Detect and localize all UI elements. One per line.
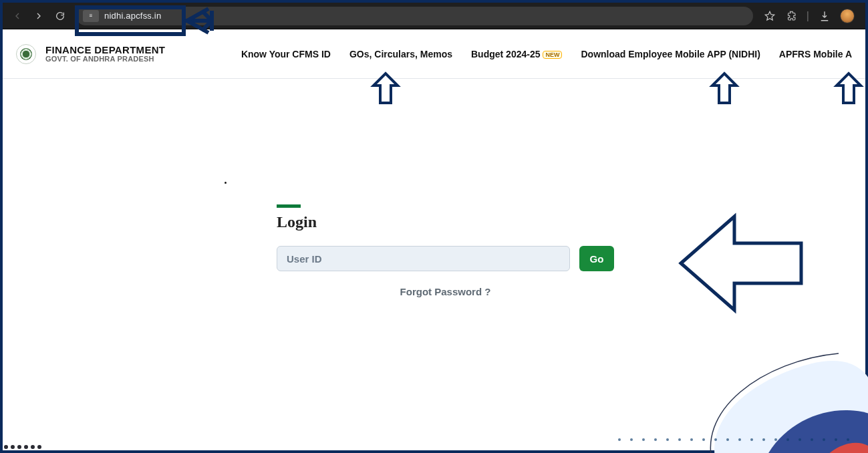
nav-apfrs-mobile[interactable]: APFRS Mobile A <box>779 49 852 59</box>
separator: | <box>807 10 809 22</box>
annotation-arrow-address-bar <box>75 5 229 39</box>
nav-know-your-cfms-id[interactable]: Know Your CFMS ID <box>241 49 331 59</box>
profile-avatar[interactable] <box>840 9 855 23</box>
heading-accent <box>277 204 301 208</box>
top-nav: Know Your CFMS ID GOs, Circulars, Memos … <box>241 49 852 59</box>
annotation-arrow-login <box>674 206 808 323</box>
govt-emblem-icon <box>16 44 36 64</box>
bottom-left-dots <box>4 445 41 449</box>
nav-budget-2024-25[interactable]: Budget 2024-25NEW <box>471 49 562 59</box>
userid-input[interactable] <box>277 246 570 271</box>
chrome-right: | <box>764 9 855 23</box>
annotation-arrow-nav-apfrs <box>830 69 867 110</box>
stray-dot <box>225 182 227 184</box>
dot-row <box>618 438 849 441</box>
decorative-blob <box>678 323 868 453</box>
forward-button[interactable] <box>31 8 47 24</box>
brand-subtitle: GOVT. OF ANDHRA PRADESH <box>45 55 165 63</box>
nav-download-nidhi-app[interactable]: Download Employee Mobile APP (NIDHI) <box>581 49 760 59</box>
brand-text: FINANCE DEPARTMENT GOVT. OF ANDHRA PRADE… <box>45 45 165 63</box>
back-button[interactable] <box>9 8 25 24</box>
svg-rect-0 <box>77 7 184 34</box>
forgot-password-link[interactable]: Forgot Password ? <box>277 286 614 297</box>
go-button[interactable]: Go <box>579 246 614 271</box>
download-icon[interactable] <box>819 10 831 22</box>
nav-gos-circulars-memos[interactable]: GOs, Circulars, Memos <box>349 49 452 59</box>
bookmark-star-icon[interactable] <box>764 10 776 22</box>
annotation-arrow-nav-cfms <box>367 69 404 110</box>
extensions-icon[interactable] <box>785 10 797 22</box>
annotation-arrow-nav-nidhi <box>706 69 743 110</box>
new-badge: NEW <box>543 51 562 59</box>
login-panel: Login Go Forgot Password ? <box>277 204 614 297</box>
brand-title: FINANCE DEPARTMENT <box>45 45 165 55</box>
reload-button[interactable] <box>52 8 68 24</box>
login-heading: Login <box>277 213 614 231</box>
